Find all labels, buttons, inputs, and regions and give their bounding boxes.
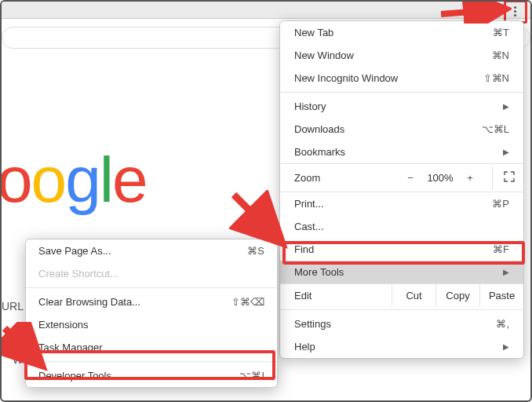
menu-item-shortcut: ⌥⌘L: [482, 123, 509, 135]
edit-copy-button[interactable]: Copy: [435, 284, 479, 307]
submenu-save-page[interactable]: Save Page As... ⌘S: [26, 239, 277, 262]
submenu-create-shortcut: Create Shortcut...: [26, 262, 277, 285]
menu-separator: [280, 92, 523, 93]
menu-item-label: New Incognito Window: [294, 72, 398, 84]
menu-zoom-row: Zoom − 100% +: [280, 163, 523, 192]
submenu-developer-tools[interactable]: Developer Tools ⌥⌘I: [26, 364, 277, 387]
menu-item-label: Extensions: [38, 319, 89, 331]
menu-item-label: Save Page As...: [38, 245, 111, 257]
menu-settings[interactable]: Settings ⌘,: [280, 312, 523, 335]
menu-item-label: Downloads: [294, 123, 344, 135]
url-label: URL: [2, 300, 24, 312]
google-logo: oogle: [0, 143, 147, 217]
menu-separator: [26, 361, 277, 362]
menu-item-shortcut: ⌘N: [492, 49, 509, 61]
chevron-right-icon: ▶: [503, 342, 509, 351]
menu-item-label: Cast...: [294, 221, 324, 232]
menu-item-label: More Tools: [294, 266, 344, 278]
submenu-task-manager[interactable]: Task Manager: [26, 336, 277, 359]
browser-top-bar: [2, 2, 530, 19]
menu-item-label: Clear Browsing Data...: [38, 296, 140, 308]
menu-separator: [280, 309, 523, 310]
edit-cut-button[interactable]: Cut: [392, 284, 435, 307]
menu-help[interactable]: Help ▶: [280, 335, 523, 358]
fullscreen-icon[interactable]: [492, 166, 517, 189]
chrome-main-menu: New Tab ⌘T New Window ⌘N New Incognito W…: [279, 20, 524, 359]
chevron-right-icon: ▶: [503, 102, 509, 111]
menu-new-tab[interactable]: New Tab ⌘T: [280, 21, 523, 44]
profile-avatar[interactable]: [486, 5, 497, 16]
chevron-right-icon: ▶: [503, 268, 509, 276]
menu-item-shortcut: ⌘T: [493, 27, 509, 38]
menu-item-shortcut: ⌘P: [492, 198, 509, 210]
menu-more-tools[interactable]: More Tools ▶: [280, 261, 523, 283]
menu-item-label: Developer Tools: [38, 370, 111, 382]
zoom-percent: 100%: [423, 172, 457, 184]
menu-separator: [26, 287, 277, 288]
menu-item-shortcut: ⌘,: [496, 318, 509, 330]
menu-item-label: Settings: [294, 318, 331, 330]
chevron-right-icon: ▶: [503, 148, 509, 156]
menu-item-label: Find: [294, 243, 314, 255]
menu-cast[interactable]: Cast...: [280, 215, 523, 238]
edit-paste-button[interactable]: Paste: [479, 284, 523, 307]
edit-label: Edit: [294, 284, 392, 307]
zoom-out-button[interactable]: −: [398, 169, 423, 187]
menu-item-shortcut: ⌥⌘I: [239, 370, 264, 382]
menu-downloads[interactable]: Downloads ⌥⌘L: [280, 118, 523, 141]
more-tools-submenu: Save Page As... ⌘S Create Shortcut... Cl…: [25, 239, 278, 388]
kebab-menu-icon[interactable]: [507, 3, 523, 19]
menu-item-label: Task Manager: [38, 342, 103, 353]
submenu-clear-data[interactable]: Clear Browsing Data... ⇧⌘⌫: [26, 291, 277, 313]
menu-new-window[interactable]: New Window ⌘N: [280, 44, 523, 67]
menu-find[interactable]: Find ⌘F: [280, 238, 523, 261]
menu-print[interactable]: Print... ⌘P: [280, 192, 523, 215]
menu-bookmarks[interactable]: Bookmarks ▶: [280, 141, 523, 163]
misc-label-w: W: [13, 353, 23, 366]
menu-item-shortcut: ⌘S: [247, 245, 264, 257]
zoom-label: Zoom: [294, 172, 320, 184]
menu-item-shortcut: ⇧⌘⌫: [231, 296, 264, 308]
menu-item-label: Help: [294, 341, 315, 353]
menu-item-shortcut: ⌘F: [493, 243, 509, 255]
menu-item-shortcut: ⇧⌘N: [483, 72, 509, 84]
menu-item-label: History: [294, 100, 326, 112]
submenu-extensions[interactable]: Extensions: [26, 313, 277, 336]
menu-item-label: New Window: [294, 49, 354, 61]
menu-item-label: Create Shortcut...: [38, 268, 118, 280]
zoom-in-button[interactable]: +: [457, 169, 483, 187]
menu-item-label: Print...: [294, 198, 324, 210]
menu-item-label: Bookmarks: [294, 146, 345, 158]
menu-item-label: New Tab: [294, 27, 333, 38]
menu-history[interactable]: History ▶: [280, 95, 523, 118]
menu-edit-row: Edit Cut Copy Paste: [280, 283, 523, 307]
menu-new-incognito[interactable]: New Incognito Window ⇧⌘N: [280, 67, 523, 90]
